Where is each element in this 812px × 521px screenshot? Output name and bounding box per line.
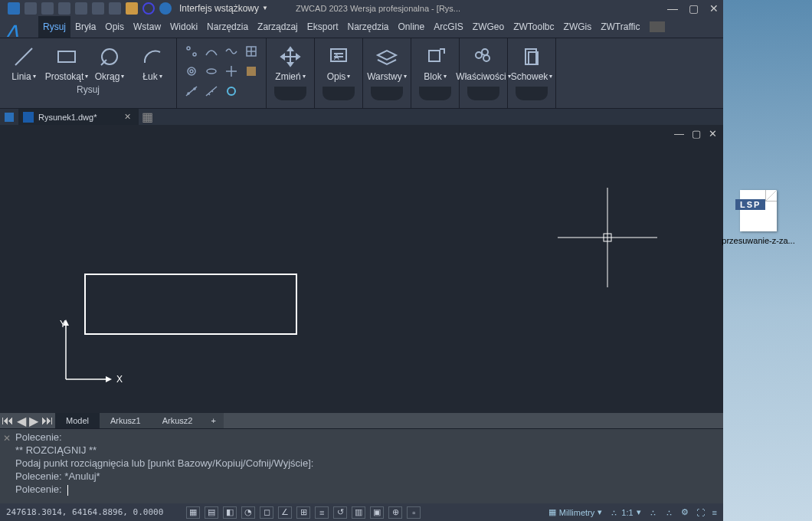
titlebar: Interfejs wstążkowy ▼ ZWCAD 2023 Wersja … xyxy=(0,0,723,16)
point-icon[interactable] xyxy=(223,63,240,80)
polyline-icon[interactable] xyxy=(203,43,220,60)
nav-last-icon[interactable]: ⏭ xyxy=(41,414,54,428)
dot-icon[interactable] xyxy=(243,83,260,100)
nav-first-icon[interactable]: ⏮ xyxy=(2,414,14,428)
layers-button[interactable]: Warstwy▾ xyxy=(368,41,406,81)
ribbon-group-label: Rysuj xyxy=(77,81,100,98)
close-button[interactable]: ✕ xyxy=(709,2,719,15)
modify-button[interactable]: Zmień▾ xyxy=(271,41,309,81)
tab-zwgeo[interactable]: ZWGeo xyxy=(468,16,509,38)
ellipse-icon[interactable] xyxy=(203,63,220,80)
otrack-toggle-icon[interactable]: ∠ xyxy=(278,506,292,519)
lwt-toggle-icon[interactable]: ≡ xyxy=(315,506,329,519)
snap-toggle-icon[interactable]: ▤ xyxy=(205,506,218,519)
undo-icon[interactable] xyxy=(92,2,104,15)
cycle-toggle-icon[interactable]: ↺ xyxy=(333,506,347,519)
close-file-tab-icon[interactable]: ✕ xyxy=(124,112,131,122)
scale-dropdown[interactable]: ⛬ 1:1 ▾ xyxy=(610,507,640,517)
svg-rect-10 xyxy=(247,67,256,76)
tab-widoki[interactable]: Widoki xyxy=(165,16,202,38)
annotation-button[interactable]: A Opis▾ xyxy=(319,41,358,81)
tab-zwgis[interactable]: ZWGis xyxy=(559,16,597,38)
units-dropdown[interactable]: ▦ Millimetry ▾ xyxy=(548,507,602,517)
tab-wstaw[interactable]: Wstaw xyxy=(129,16,165,38)
status-tool2-icon[interactable]: ⛬ xyxy=(665,508,673,517)
save-icon[interactable] xyxy=(41,2,54,15)
flag-icon[interactable] xyxy=(126,2,138,15)
divide-icon[interactable] xyxy=(183,83,200,100)
status-tool1-icon[interactable]: ⛬ xyxy=(649,508,657,517)
donut-icon[interactable] xyxy=(183,63,200,80)
osnap-toggle-icon[interactable]: ◻ xyxy=(260,506,273,519)
svg-rect-16 xyxy=(429,51,440,61)
tab-zarzadzaj[interactable]: Zarządzaj xyxy=(253,16,303,38)
redo-icon[interactable] xyxy=(109,2,121,15)
paper-toggle-icon[interactable]: ▣ xyxy=(370,506,384,519)
ribbon-group-smalltools xyxy=(177,38,267,108)
open-icon[interactable] xyxy=(25,2,37,15)
viewport-minimize-icon[interactable]: — xyxy=(674,128,684,139)
saveas-icon[interactable] xyxy=(58,2,70,15)
tab-bryla[interactable]: Bryła xyxy=(70,16,100,38)
status-settings-icon[interactable]: ⚙ xyxy=(681,507,689,517)
sheet-tab-model[interactable]: Model xyxy=(55,413,100,428)
tab-rysuj[interactable]: Rysuj xyxy=(38,16,70,38)
circle-button[interactable]: Okrąg▾ xyxy=(90,41,129,81)
dyninput-toggle-icon[interactable]: ⊞ xyxy=(296,506,310,519)
tab-eksport[interactable]: Eksport xyxy=(303,16,343,38)
tab-zwtoolbox[interactable]: ZWToolbc xyxy=(509,16,558,38)
minimize-button[interactable]: — xyxy=(667,2,678,15)
svg-point-9 xyxy=(207,69,216,74)
file-tab[interactable]: Rysunek1.dwg* ✕ xyxy=(18,109,139,125)
interface-dropdown[interactable]: Interfejs wstążkowy ▼ xyxy=(172,3,276,14)
sheet-tab-arkusz1[interactable]: Arkusz1 xyxy=(100,413,152,428)
rectangle-button[interactable]: Prostokąt▾ xyxy=(47,41,86,81)
maximize-button[interactable]: ▢ xyxy=(689,2,699,15)
viewport-close-icon[interactable]: ✕ xyxy=(709,128,717,139)
tab-zwtraffic[interactable]: ZWTraffic xyxy=(596,16,644,38)
status-fullscreen-icon[interactable]: ⛶ xyxy=(696,508,705,517)
command-panel[interactable]: ✕ Polecenie: ** ROZCIĄGNIJ ** Podaj punk… xyxy=(0,428,723,503)
tab-online[interactable]: Online xyxy=(394,16,430,38)
region-icon[interactable] xyxy=(243,63,260,80)
nav-next-icon[interactable]: ▶ xyxy=(29,414,38,428)
new-icon[interactable] xyxy=(8,2,20,15)
spline-icon[interactable] xyxy=(183,43,200,60)
ortho-toggle-icon[interactable]: ◧ xyxy=(223,506,237,519)
measure-icon[interactable] xyxy=(203,83,220,100)
plus-toggle-icon[interactable]: ⊕ xyxy=(388,506,402,519)
settings-icon[interactable] xyxy=(159,2,172,15)
ring-icon[interactable] xyxy=(223,83,240,100)
box-toggle-icon[interactable]: ▫ xyxy=(407,506,421,519)
print-icon[interactable] xyxy=(75,2,87,15)
clipboard-button[interactable]: Schowek▾ xyxy=(512,41,551,81)
desktop-file-lsp[interactable]: LSP przesuwanie-z-za... xyxy=(728,190,789,245)
strip-toggle-icon[interactable]: ▥ xyxy=(352,506,365,519)
grid-toggle-icon[interactable]: ▦ xyxy=(186,506,200,519)
status-menu-icon[interactable]: ≡ xyxy=(712,508,717,517)
properties-button[interactable]: Właściwości▾ xyxy=(464,41,503,81)
polar-toggle-icon[interactable]: ◔ xyxy=(241,506,255,519)
tab-arcgis[interactable]: ArcGIS xyxy=(429,16,468,38)
loop-icon[interactable] xyxy=(142,2,155,15)
tab-narzedzia[interactable]: Narzędzia xyxy=(202,16,253,38)
wave-icon[interactable] xyxy=(223,43,240,60)
new-file-tab-button[interactable]: ▦ xyxy=(139,109,156,125)
file-icon: LSP xyxy=(740,190,777,231)
close-command-icon[interactable]: ✕ xyxy=(3,432,11,445)
svg-point-7 xyxy=(188,67,195,75)
drawing-canvas[interactable]: — ▢ ✕ Y X ⏮ ◀ ▶ ⏭ xyxy=(0,125,723,428)
arc-button[interactable]: Łuk▾ xyxy=(133,41,172,81)
collapse-ribbon-icon[interactable] xyxy=(650,21,665,32)
tab-opis[interactable]: Opis xyxy=(100,16,129,38)
tab-narzedzia2[interactable]: Narzędzia xyxy=(342,16,393,38)
sheet-tab-add[interactable]: + xyxy=(203,413,223,428)
sheet-tab-arkusz2[interactable]: Arkusz2 xyxy=(152,413,204,428)
ribbon-group-modify: Zmień▾ xyxy=(267,38,315,108)
block-button[interactable]: Blok▾ xyxy=(416,41,454,81)
hatch-icon[interactable] xyxy=(243,43,260,60)
nav-prev-icon[interactable]: ◀ xyxy=(17,414,26,428)
viewport-maximize-icon[interactable]: ▢ xyxy=(692,128,701,139)
line-button[interactable]: Linia▾ xyxy=(5,41,43,81)
app-logo[interactable]: ᴧ xyxy=(6,17,34,37)
